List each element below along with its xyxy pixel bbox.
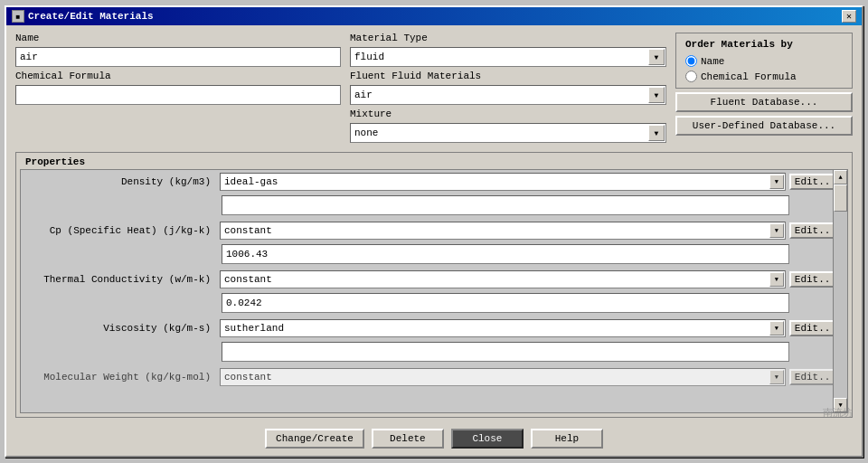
molecular-weight-select[interactable]: constant [220,368,786,386]
help-button[interactable]: Help [531,429,603,449]
main-window: ■ Create/Edit Materials ✕ Name Chemical … [5,5,863,458]
cp-row: Cp (Specific Heat) (j/kg-k) constant ▼ E… [21,219,847,242]
thermal-conductivity-value-input[interactable] [222,293,789,313]
chemical-formula-label: Chemical Formula [15,71,341,81]
density-value-input[interactable] [222,195,789,215]
cp-value-row [21,242,847,268]
thermal-conductivity-value-row [21,291,847,317]
order-name-radio[interactable] [685,55,697,67]
thermal-conductivity-row: Thermal Conductivity (w/m-k) constant ▼ … [21,268,847,291]
close-dialog-button[interactable]: Close [451,429,524,449]
mixture-wrapper: none ▼ [350,123,666,143]
viscosity-value-input[interactable] [222,342,789,362]
properties-section: Properties Density (kg/m3) ideal-gas ▼ E… [15,152,853,418]
delete-button[interactable]: Delete [372,429,444,449]
viscosity-label: Viscosity (kg/m-s) [26,323,216,334]
thermal-conductivity-label: Thermal Conductivity (w/m-k) [26,274,216,285]
fluent-fluid-select[interactable]: air [350,85,666,105]
order-name-label: Name [701,56,724,67]
viscosity-row: Viscosity (kg/m-s) sutherland ▼ Edit... [21,317,847,340]
density-select[interactable]: ideal-gas [220,173,786,191]
density-row: Density (kg/m3) ideal-gas ▼ Edit... [21,170,847,194]
thermal-conductivity-select-wrapper: constant ▼ [220,270,786,288]
scrollbar-thumb[interactable] [834,184,847,212]
thermal-conductivity-select[interactable]: constant [220,270,786,288]
top-row: Name Chemical Formula Material Type flui… [15,33,853,143]
mixture-select[interactable]: none [350,123,666,143]
order-materials-title: Order Materials by [685,39,843,50]
density-select-wrapper: ideal-gas ▼ [220,173,786,191]
footer: Change/Create Delete Close Help [15,423,853,452]
viscosity-select[interactable]: sutherland [220,319,786,337]
order-materials-group: Order Materials by Name Chemical Formula [675,33,853,89]
scrollbar-track: ▲ ▼ [833,170,847,412]
molecular-weight-row: Molecular Weight (kg/kg-mol) constant ▼ … [21,365,847,389]
viscosity-select-wrapper: sutherland ▼ [220,319,786,337]
right-column: Order Materials by Name Chemical Formula… [675,33,853,136]
user-defined-database-button[interactable]: User-Defined Database... [675,116,853,136]
cp-select-wrapper: constant ▼ [220,222,786,240]
molecular-weight-select-wrapper: constant ▼ [220,368,786,386]
main-content: Name Chemical Formula Material Type flui… [6,25,862,459]
watermark: 南流坊 [823,406,853,420]
fluent-fluid-wrapper: air ▼ [350,85,666,105]
properties-inner: Density (kg/m3) ideal-gas ▼ Edit... Cp (… [20,169,848,413]
molecular-weight-label: Molecular Weight (kg/kg-mol) [26,372,216,383]
order-formula-label: Chemical Formula [701,71,797,82]
fluent-database-button[interactable]: Fluent Database... [675,92,853,112]
density-value-row [21,194,847,219]
fluent-fluid-label: Fluent Fluid Materials [350,71,666,81]
close-button[interactable]: ✕ [842,10,856,23]
title-bar-left: ■ Create/Edit Materials [12,10,154,23]
left-column: Name Chemical Formula [15,33,341,105]
order-by-formula-row: Chemical Formula [685,71,843,82]
name-input[interactable] [15,47,341,67]
viscosity-value-row [21,340,847,365]
properties-title: Properties [16,153,852,169]
material-type-select[interactable]: fluid [350,47,666,67]
window-icon: ■ [12,10,24,23]
scrollbar-up-button[interactable]: ▲ [834,170,847,184]
cp-value-input[interactable] [222,244,789,264]
title-bar: ■ Create/Edit Materials ✕ [6,7,862,25]
chemical-formula-input[interactable] [15,85,341,105]
mixture-label: Mixture [350,109,666,119]
cp-select[interactable]: constant [220,222,786,240]
change-create-button[interactable]: Change/Create [265,429,364,449]
material-type-label: Material Type [350,33,666,43]
order-by-name-row: Name [685,55,843,67]
mid-column: Material Type fluid ▼ Fluent Fluid Mater… [350,33,666,143]
database-buttons: Fluent Database... User-Defined Database… [675,92,853,136]
density-label: Density (kg/m3) [26,176,216,187]
window-title: Create/Edit Materials [28,11,154,22]
name-label: Name [15,33,341,43]
order-formula-radio[interactable] [685,71,697,82]
cp-label: Cp (Specific Heat) (j/kg-k) [26,225,216,236]
material-type-wrapper: fluid ▼ [350,47,666,67]
